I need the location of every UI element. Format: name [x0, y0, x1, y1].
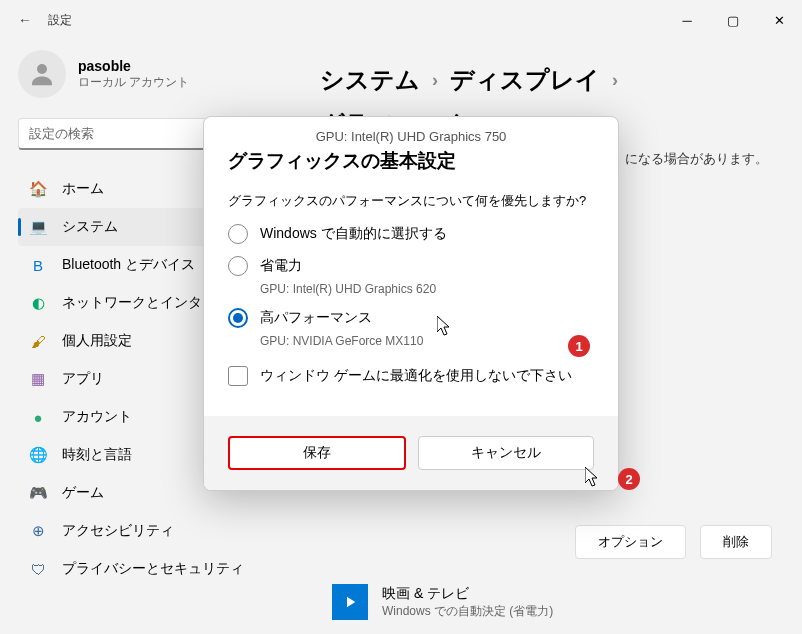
- cancel-button[interactable]: キャンセル: [418, 436, 594, 470]
- high-performance-gpu: GPU: NVIDIA GeForce MX110: [260, 334, 594, 348]
- checkbox-optimize-window-games[interactable]: ウィンドウ ゲームに最適化を使用しないで下さい: [228, 366, 594, 386]
- radio-icon: [228, 224, 248, 244]
- dialog-title: グラフィックスの基本設定: [228, 148, 594, 174]
- radio-icon-selected: [228, 308, 248, 328]
- cursor-icon: [585, 467, 601, 489]
- power-saving-gpu: GPU: Intel(R) UHD Graphics 620: [260, 282, 594, 296]
- save-button[interactable]: 保存: [228, 436, 406, 470]
- dialog-gpu-label: GPU: Intel(R) UHD Graphics 750: [228, 129, 594, 144]
- annotation-badge-2: 2: [618, 468, 640, 490]
- radio-power-saving[interactable]: 省電力: [228, 256, 594, 276]
- dialog-overlay: GPU: Intel(R) UHD Graphics 750 グラフィックスの基…: [0, 0, 802, 634]
- cursor-icon: [437, 316, 453, 338]
- radio-icon: [228, 256, 248, 276]
- graphics-preference-dialog: GPU: Intel(R) UHD Graphics 750 グラフィックスの基…: [203, 116, 619, 491]
- checkbox-icon: [228, 366, 248, 386]
- radio-high-performance[interactable]: 高パフォーマンス: [228, 308, 594, 328]
- dialog-question: グラフィックスのパフォーマンスについて何を優先しますか?: [228, 192, 594, 210]
- annotation-badge-1: 1: [568, 335, 590, 357]
- radio-auto[interactable]: Windows で自動的に選択する: [228, 224, 594, 244]
